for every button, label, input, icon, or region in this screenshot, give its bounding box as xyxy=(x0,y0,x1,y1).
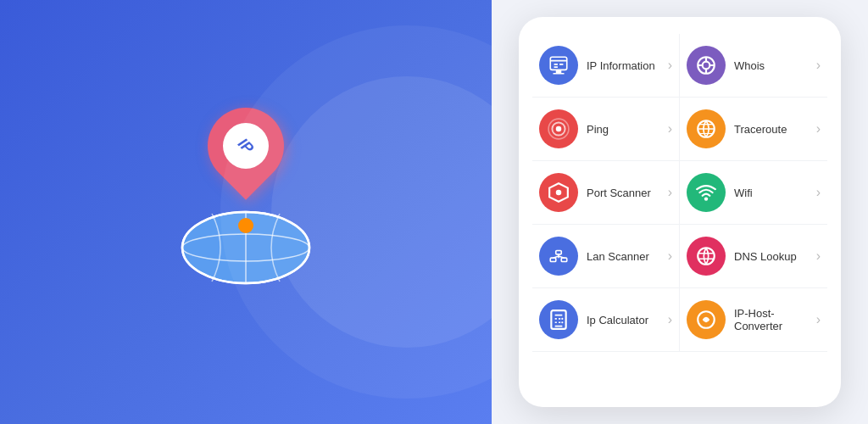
menu-arrow-traceroute: › xyxy=(816,121,821,137)
menu-item-port-scanner[interactable]: Port Scanner › xyxy=(532,161,680,225)
menu-item-dns-lookup[interactable]: DNS Lookup › xyxy=(680,225,827,288)
menu-label-port-scanner: Port Scanner xyxy=(587,187,665,199)
svg-rect-4 xyxy=(550,57,567,70)
ip-info-icon xyxy=(539,46,578,85)
svg-point-12 xyxy=(703,62,710,70)
svg-point-17 xyxy=(556,126,562,132)
lan-scanner-icon xyxy=(539,237,578,276)
menu-item-wifi[interactable]: Wifi › xyxy=(680,161,827,225)
traceroute-icon xyxy=(687,109,726,148)
menu-label-lan-scanner: Lan Scanner xyxy=(587,250,665,263)
menu-grid: IP Information › Whois › Ping › Tracerou… xyxy=(532,34,827,352)
menu-label-ip-host-converter: IP-Host-Converter xyxy=(734,307,813,332)
svg-line-30 xyxy=(554,256,559,258)
right-panel: IP Information › Whois › Ping › Tracerou… xyxy=(492,0,868,424)
menu-label-ping: Ping xyxy=(587,123,665,136)
illustration: IP xyxy=(161,108,331,286)
ping-icon xyxy=(539,109,578,148)
menu-item-traceroute[interactable]: Traceroute › xyxy=(680,98,827,161)
menu-label-ip-information: IP Information xyxy=(587,59,665,72)
menu-arrow-dns-lookup: › xyxy=(816,248,821,264)
menu-arrow-wifi: › xyxy=(816,185,821,200)
menu-arrow-ip-information: › xyxy=(668,58,672,73)
svg-point-32 xyxy=(698,248,715,265)
menu-item-ip-calculator[interactable]: Ip Calculator › xyxy=(532,288,680,352)
dns-lookup-icon xyxy=(687,237,726,276)
svg-point-24 xyxy=(556,190,562,196)
svg-rect-28 xyxy=(561,258,567,261)
menu-label-ip-calculator: Ip Calculator xyxy=(587,314,665,326)
menu-item-ip-information[interactable]: IP Information › xyxy=(532,34,680,98)
wifi-icon xyxy=(687,173,726,212)
port-scanner-icon xyxy=(539,173,578,212)
menu-arrow-ip-host-converter: › xyxy=(816,312,821,327)
menu-label-wifi: Wifi xyxy=(734,187,813,199)
pin-icon: IP xyxy=(208,108,284,209)
whois-icon xyxy=(687,46,726,85)
svg-line-31 xyxy=(559,256,565,258)
menu-arrow-lan-scanner: › xyxy=(668,248,672,264)
phone-mockup: IP Information › Whois › Ping › Tracerou… xyxy=(519,17,841,407)
left-panel: IP xyxy=(0,0,492,424)
svg-rect-27 xyxy=(556,251,562,254)
menu-arrow-ip-calculator: › xyxy=(668,312,672,327)
menu-item-lan-scanner[interactable]: Lan Scanner › xyxy=(532,225,680,288)
menu-item-whois[interactable]: Whois › xyxy=(680,34,827,98)
svg-rect-26 xyxy=(550,258,556,261)
menu-arrow-ping: › xyxy=(668,121,672,137)
menu-label-traceroute: Traceroute xyxy=(734,123,813,136)
menu-label-dns-lookup: DNS Lookup xyxy=(734,250,813,263)
ip-host-converter-icon xyxy=(687,300,726,339)
menu-item-ip-host-converter[interactable]: IP-Host-Converter › xyxy=(680,288,827,352)
menu-item-ping[interactable]: Ping › xyxy=(532,98,680,161)
svg-point-25 xyxy=(704,197,708,200)
menu-arrow-whois: › xyxy=(816,58,821,73)
ip-calculator-icon xyxy=(539,300,578,339)
menu-arrow-port-scanner: › xyxy=(668,185,672,200)
orange-dot xyxy=(238,218,253,233)
menu-label-whois: Whois xyxy=(734,59,813,72)
